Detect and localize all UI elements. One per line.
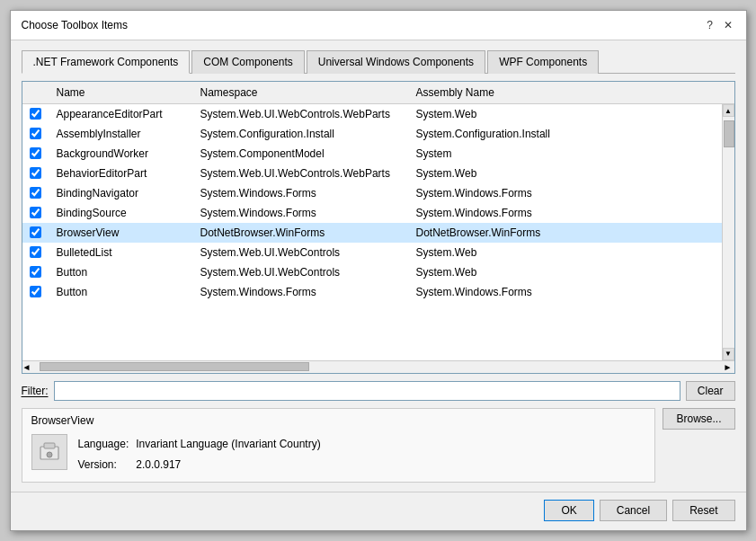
row-checkbox[interactable] bbox=[30, 266, 41, 278]
row-checkbox-cell bbox=[22, 286, 49, 297]
svg-point-2 bbox=[47, 452, 52, 457]
table-row[interactable]: BackgroundWorker System.ComponentModel S… bbox=[22, 144, 722, 164]
info-details: Language: Invariant Language (Invariant … bbox=[78, 434, 646, 476]
scroll-left-btn[interactable]: ◄ bbox=[22, 362, 31, 372]
col-check bbox=[22, 84, 49, 101]
filter-label: Filter: bbox=[22, 385, 49, 397]
row-name: BehaviorEditorPart bbox=[49, 166, 193, 181]
row-name: AssemblyInstaller bbox=[49, 127, 193, 141]
language-label: Language: bbox=[78, 434, 137, 456]
row-checkbox-cell bbox=[22, 147, 49, 159]
tab-wpf[interactable]: WPF Components bbox=[487, 50, 599, 74]
title-bar-controls: ? ✕ bbox=[703, 18, 735, 32]
row-namespace: System.Web.UI.WebControls.WebParts bbox=[193, 166, 409, 181]
version-label: Version: bbox=[78, 455, 137, 476]
scroll-down-button[interactable]: ▼ bbox=[723, 348, 734, 360]
tab-bar: .NET Framework Components COM Components… bbox=[22, 49, 735, 74]
row-assembly: System.Web bbox=[409, 107, 722, 121]
help-button[interactable]: ? bbox=[703, 18, 717, 32]
components-table: Name Namespace Assembly Name AppearanceE… bbox=[22, 81, 735, 374]
col-assembly: Assembly Name bbox=[409, 84, 734, 101]
row-assembly: System.Windows.Forms bbox=[409, 186, 722, 200]
row-name: BindingNavigator bbox=[49, 186, 193, 200]
scroll-thumb[interactable] bbox=[724, 120, 734, 147]
language-value: Invariant Language (Invariant Country) bbox=[136, 434, 320, 456]
row-checkbox-cell bbox=[22, 167, 49, 179]
row-name: Button bbox=[49, 285, 193, 299]
filter-row: Filter: Clear bbox=[22, 381, 735, 401]
selected-item-name: BrowserView bbox=[31, 414, 646, 427]
row-name: BindingSource bbox=[49, 206, 193, 220]
dialog-content: .NET Framework Components COM Components… bbox=[11, 40, 746, 492]
row-checkbox[interactable] bbox=[30, 167, 41, 179]
row-assembly: System.Web bbox=[409, 245, 722, 260]
row-checkbox[interactable] bbox=[30, 246, 41, 258]
table-header: Name Namespace Assembly Name bbox=[22, 82, 734, 104]
row-checkbox-cell bbox=[22, 128, 49, 139]
vertical-scrollbar[interactable]: ▲ ▼ bbox=[722, 104, 734, 360]
row-checkbox[interactable] bbox=[30, 128, 41, 139]
row-namespace: System.Windows.Forms bbox=[193, 285, 409, 299]
horizontal-scrollbar[interactable]: ◄ ► bbox=[22, 360, 734, 373]
row-namespace: System.Configuration.Install bbox=[193, 127, 409, 141]
tab-com[interactable]: COM Components bbox=[191, 50, 304, 74]
table-row[interactable]: Button System.Windows.Forms System.Windo… bbox=[22, 282, 722, 302]
row-checkbox[interactable] bbox=[30, 187, 41, 199]
dialog-title: Choose Toolbox Items bbox=[22, 19, 129, 31]
row-assembly: System.Configuration.Install bbox=[409, 127, 722, 141]
h-scroll-thumb[interactable] bbox=[40, 362, 309, 371]
row-checkbox[interactable] bbox=[30, 286, 41, 297]
row-namespace: System.ComponentModel bbox=[193, 146, 409, 161]
row-namespace: DotNetBrowser.WinForms bbox=[193, 226, 409, 240]
reset-button[interactable]: Reset bbox=[672, 500, 734, 521]
close-button[interactable]: ✕ bbox=[721, 18, 735, 32]
cancel-button[interactable]: Cancel bbox=[600, 500, 667, 521]
browse-button[interactable]: Browse... bbox=[663, 408, 734, 430]
scroll-track bbox=[723, 117, 734, 348]
component-icon bbox=[31, 434, 67, 470]
scroll-up-button[interactable]: ▲ bbox=[723, 104, 734, 117]
table-row[interactable]: BindingSource System.Windows.Forms Syste… bbox=[22, 203, 722, 223]
row-assembly: System.Windows.Forms bbox=[409, 285, 722, 299]
table-row[interactable]: BulletedList System.Web.UI.WebControls S… bbox=[22, 243, 722, 262]
row-assembly: System bbox=[409, 146, 722, 161]
table-row[interactable]: AssemblyInstaller System.Configuration.I… bbox=[22, 124, 722, 144]
row-namespace: System.Web.UI.WebControls bbox=[193, 245, 409, 260]
dialog-footer: OK Cancel Reset bbox=[11, 492, 746, 530]
table-row[interactable]: BrowserView DotNetBrowser.WinForms DotNe… bbox=[22, 223, 722, 243]
table-row[interactable]: Button System.Web.UI.WebControls System.… bbox=[22, 262, 722, 282]
filter-input[interactable] bbox=[54, 381, 680, 401]
table-row[interactable]: AppearanceEditorPart System.Web.UI.WebCo… bbox=[22, 104, 722, 124]
col-namespace: Namespace bbox=[193, 84, 409, 101]
tab-universal[interactable]: Universal Windows Components bbox=[307, 50, 485, 74]
ok-button[interactable]: OK bbox=[544, 500, 593, 521]
version-value: 2.0.0.917 bbox=[136, 455, 320, 476]
svg-rect-1 bbox=[44, 443, 55, 448]
row-checkbox-cell bbox=[22, 108, 49, 120]
row-checkbox[interactable] bbox=[30, 108, 41, 120]
info-section: BrowserView Language: Invar bbox=[22, 408, 656, 483]
row-namespace: System.Windows.Forms bbox=[193, 206, 409, 220]
row-checkbox-cell bbox=[22, 207, 49, 218]
scroll-right-btn[interactable]: ► bbox=[724, 362, 733, 372]
table-row[interactable]: BehaviorEditorPart System.Web.UI.WebCont… bbox=[22, 164, 722, 183]
row-name: BulletedList bbox=[49, 245, 193, 260]
row-assembly: System.Web bbox=[409, 166, 722, 181]
row-checkbox-cell bbox=[22, 187, 49, 199]
table-row[interactable]: BindingNavigator System.Windows.Forms Sy… bbox=[22, 183, 722, 203]
row-checkbox[interactable] bbox=[30, 207, 41, 218]
row-checkbox[interactable] bbox=[30, 226, 41, 238]
table-scroll-wrapper: AppearanceEditorPart System.Web.UI.WebCo… bbox=[22, 104, 734, 360]
row-namespace: System.Web.UI.WebControls.WebParts bbox=[193, 107, 409, 121]
row-name: Button bbox=[49, 265, 193, 279]
row-checkbox[interactable] bbox=[30, 147, 41, 159]
row-assembly: System.Windows.Forms bbox=[409, 206, 722, 220]
choose-toolbox-dialog: Choose Toolbox Items ? ✕ .NET Framework … bbox=[10, 10, 747, 531]
col-name: Name bbox=[49, 84, 193, 101]
row-assembly: System.Web bbox=[409, 265, 722, 279]
clear-button[interactable]: Clear bbox=[686, 381, 735, 401]
info-body: Language: Invariant Language (Invariant … bbox=[31, 434, 646, 476]
tab-dotnet[interactable]: .NET Framework Components bbox=[22, 50, 191, 74]
row-checkbox-cell bbox=[22, 246, 49, 258]
info-section-wrapper: BrowserView Language: Invar bbox=[22, 408, 735, 483]
